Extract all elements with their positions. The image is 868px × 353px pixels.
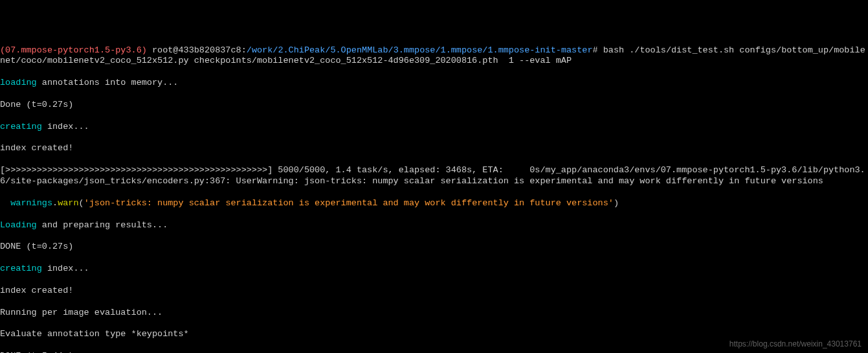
creating-keyword: creating (0, 122, 42, 131)
terminal-line-index2: index created! (0, 286, 868, 297)
terminal-line-prompt1: (07.mmpose-pytorch1.5-py3.6) root@433b82… (0, 45, 868, 67)
open-paren: ( (79, 198, 84, 208)
terminal-line-done2: DONE (t=0.27s) (0, 242, 868, 253)
creating-text: index... (42, 122, 89, 131)
user-host: root@433b820837c8 (152, 45, 241, 55)
watermark-text: https://blog.csdn.net/weixin_43013761 (729, 339, 862, 349)
loading-results-keyword: Loading (0, 220, 37, 230)
terminal-line-index1: index created! (0, 143, 868, 154)
loading-keyword: loading (0, 78, 37, 87)
loading-text: annotations into memory... (37, 78, 179, 87)
terminal-line-warncode: warnings.warn('json-tricks: numpy scalar… (0, 198, 868, 209)
terminal-line-running: Running per image evaluation... (0, 308, 868, 319)
colon: : (241, 45, 247, 55)
terminal-line-progress: [>>>>>>>>>>>>>>>>>>>>>>>>>>>>>>>>>>>>>>>… (0, 165, 868, 187)
loading-results-text: and preparing results... (37, 220, 168, 230)
progress-bar-text: [>>>>>>>>>>>>>>>>>>>>>>>>>>>>>>>>>>>>>>>… (0, 165, 540, 175)
cwd-path: /work/2.ChiPeak/5.OpenMMLab/3.mmpose/1.m… (247, 45, 593, 55)
terminal-line-loading-results: Loading and preparing results... (0, 220, 868, 231)
dot: . (52, 198, 58, 208)
warn-message: 'json-tricks: numpy scalar serialization… (84, 198, 614, 208)
warnings-module: warnings (0, 198, 52, 208)
creating-text2: index... (42, 264, 89, 273)
terminal-line-creating1: creating index... (0, 122, 868, 133)
close-paren: ) (614, 198, 619, 208)
terminal-line-done1: Done (t=0.27s) (0, 100, 868, 111)
terminal-line-evaltype: Evaluate annotation type *keypoints* (0, 329, 868, 340)
terminal-line-loading: loading annotations into memory... (0, 78, 868, 89)
warn-func: warn (58, 198, 78, 208)
creating-keyword2: creating (0, 264, 42, 273)
env-prefix: (07.mmpose-pytorch1.5-py3.6) (0, 45, 152, 55)
prompt-hash: # (592, 45, 603, 55)
terminal-line-creating2: creating index... (0, 264, 868, 275)
